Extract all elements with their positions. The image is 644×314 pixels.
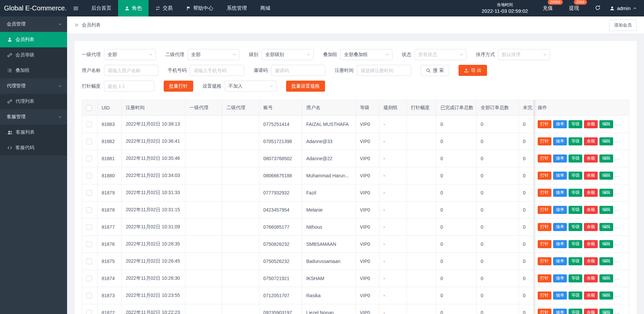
topnav-item-mall[interactable]: 商城 xyxy=(254,0,277,16)
overlay-group-select[interactable]: 全部叠加组 xyxy=(340,49,392,60)
make-order-button[interactable]: 做单 xyxy=(553,154,567,163)
more-actions-button[interactable]: ... xyxy=(615,258,620,263)
phone-input[interactable] xyxy=(190,65,244,76)
balance-button[interactable]: 余额 xyxy=(584,137,598,145)
edit-button[interactable]: 编辑 xyxy=(599,223,613,231)
row-checkbox[interactable] xyxy=(86,224,92,230)
level-button[interactable]: 等级 xyxy=(569,206,582,214)
withdraw-button[interactable]: 提现 2369 xyxy=(569,5,579,11)
edit-button[interactable]: 编辑 xyxy=(599,309,613,314)
more-actions-button[interactable]: ... xyxy=(615,138,620,143)
make-order-button[interactable]: 做单 xyxy=(553,274,567,282)
inject-button[interactable]: 打针 xyxy=(538,137,551,145)
edit-button[interactable]: 编辑 xyxy=(599,154,613,163)
level-button[interactable]: 等级 xyxy=(569,257,582,265)
more-actions-button[interactable]: ... xyxy=(615,275,620,280)
username-input[interactable] xyxy=(104,65,158,76)
more-actions-button[interactable]: ... xyxy=(615,155,620,161)
sidebar-item-member-list[interactable]: 会员列表 xyxy=(0,32,67,47)
make-order-button[interactable]: 做单 xyxy=(553,189,567,197)
topnav-item-trade[interactable]: 交易 xyxy=(149,0,179,16)
level-button[interactable]: 等级 xyxy=(569,309,582,314)
sidebar-item-service-list[interactable]: 客服列表 xyxy=(0,125,67,140)
balance-button[interactable]: 余额 xyxy=(584,309,598,314)
sidebar-group-service-management[interactable]: 客服管理 xyxy=(0,109,67,125)
make-order-button[interactable]: 做单 xyxy=(553,240,567,248)
status-select[interactable]: 所有状态 xyxy=(415,49,467,60)
recharge-button[interactable]: 充值 29959 xyxy=(543,5,553,11)
spec-select[interactable]: 不加入 xyxy=(225,81,277,92)
row-checkbox[interactable] xyxy=(86,207,92,213)
inject-button[interactable]: 打针 xyxy=(538,223,551,231)
balance-button[interactable]: 余额 xyxy=(584,274,598,282)
balance-button[interactable]: 余额 xyxy=(584,206,598,214)
make-order-button[interactable]: 做单 xyxy=(553,172,567,180)
invite-code-input[interactable] xyxy=(271,65,325,76)
level-select[interactable]: 全部级别 xyxy=(262,49,314,60)
balance-button[interactable]: 余额 xyxy=(584,291,598,300)
row-checkbox[interactable] xyxy=(86,241,92,247)
more-actions-button[interactable]: ... xyxy=(615,309,620,314)
batch-spec-button[interactable]: 批量设置规格 xyxy=(286,81,325,92)
row-checkbox[interactable] xyxy=(86,156,92,162)
inject-button[interactable]: 打针 xyxy=(538,309,551,314)
row-checkbox[interactable] xyxy=(86,173,92,179)
topnav-item-system[interactable]: 系统管理 xyxy=(220,0,254,16)
inject-button[interactable]: 打针 xyxy=(538,291,551,300)
add-member-button[interactable]: 添加会员 xyxy=(609,19,637,31)
make-order-button[interactable]: 做单 xyxy=(553,137,567,145)
row-checkbox[interactable] xyxy=(86,190,92,196)
export-button[interactable]: 导 出 xyxy=(459,65,487,76)
inject-button[interactable]: 打针 xyxy=(538,206,551,214)
sidebar-item-agent-list[interactable]: 代理列表 xyxy=(0,94,67,109)
balance-button[interactable]: 余额 xyxy=(584,257,598,265)
balance-button[interactable]: 余额 xyxy=(584,154,598,163)
more-actions-button[interactable]: ... xyxy=(615,292,620,298)
edit-button[interactable]: 编辑 xyxy=(599,172,613,180)
search-button[interactable]: 搜 索 xyxy=(421,65,449,76)
batch-injection-button[interactable]: 批量打针 xyxy=(164,81,193,92)
sidebar-item-service-code[interactable]: 客服代码 xyxy=(0,140,67,155)
reg-time-input[interactable] xyxy=(357,65,411,76)
level-button[interactable]: 等级 xyxy=(569,291,582,300)
more-actions-button[interactable]: ... xyxy=(615,207,620,212)
level-button[interactable]: 等级 xyxy=(569,172,582,180)
make-order-button[interactable]: 做单 xyxy=(553,223,567,231)
edit-button[interactable]: 编辑 xyxy=(599,206,613,214)
balance-button[interactable]: 余额 xyxy=(584,240,598,248)
make-order-button[interactable]: 做单 xyxy=(553,309,567,314)
balance-button[interactable]: 余额 xyxy=(584,189,598,197)
edit-button[interactable]: 编辑 xyxy=(599,189,613,197)
sort-select[interactable]: 默认排序 xyxy=(498,49,550,60)
row-checkbox[interactable] xyxy=(86,139,92,144)
make-order-button[interactable]: 做单 xyxy=(553,257,567,265)
level-button[interactable]: 等级 xyxy=(569,154,582,163)
balance-button[interactable]: 余额 xyxy=(584,120,598,128)
row-checkbox[interactable] xyxy=(86,310,92,314)
sidebar-group-member-management[interactable]: 会员管理 xyxy=(0,16,67,32)
balance-button[interactable]: 余额 xyxy=(584,172,598,180)
more-actions-button[interactable]: ... xyxy=(615,224,620,229)
agent2-select[interactable]: 全部 xyxy=(187,49,239,60)
edit-button[interactable]: 编辑 xyxy=(599,257,613,265)
topnav-item-dashboard[interactable]: 后台首页 xyxy=(85,0,118,16)
inject-button[interactable]: 打针 xyxy=(538,240,551,248)
level-button[interactable]: 等级 xyxy=(569,240,582,248)
make-order-button[interactable]: 做单 xyxy=(553,206,567,214)
inject-button[interactable]: 打针 xyxy=(538,172,551,180)
row-checkbox[interactable] xyxy=(86,122,92,127)
level-button[interactable]: 等级 xyxy=(569,189,582,197)
row-checkbox[interactable] xyxy=(86,293,92,299)
user-menu[interactable]: admin xyxy=(610,5,637,11)
row-checkbox[interactable] xyxy=(86,276,92,281)
level-button[interactable]: 等级 xyxy=(569,274,582,282)
refresh-button[interactable] xyxy=(595,5,600,12)
collapse-sidebar-button[interactable] xyxy=(67,0,85,16)
sidebar-item-member-level[interactable]: 会员等级 xyxy=(0,47,67,63)
inject-button[interactable]: 打针 xyxy=(538,189,551,197)
injection-range-input[interactable] xyxy=(104,81,154,92)
sidebar-group-agent-management[interactable]: 代理管理 xyxy=(0,78,67,94)
more-actions-button[interactable]: ... xyxy=(615,241,620,246)
topnav-item-roles[interactable]: 角色 xyxy=(118,0,149,16)
more-actions-button[interactable]: ... xyxy=(615,172,620,178)
